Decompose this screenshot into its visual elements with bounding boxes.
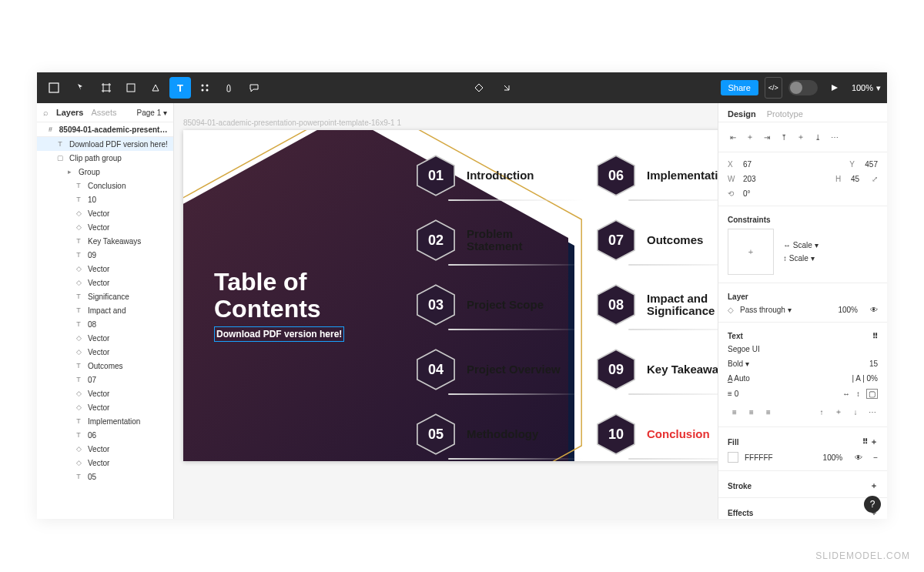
layer-opacity[interactable]: 100% — [838, 306, 858, 314]
selected-text-element[interactable]: Download PDF version here! — [214, 326, 344, 342]
blend-mode[interactable]: Pass through ▾ — [740, 306, 792, 314]
present-button[interactable] — [824, 77, 845, 99]
text-align-left[interactable]: ≡ — [728, 405, 742, 419]
help-button[interactable]: ? — [864, 496, 881, 513]
auto-height[interactable]: ↕ — [856, 390, 860, 398]
paragraph-spacing[interactable]: ≡ 0 — [728, 390, 738, 398]
slide-frame[interactable]: Table ofContents Download PDF version he… — [183, 130, 718, 461]
layer-row[interactable]: T09 — [37, 248, 173, 262]
text-align-center[interactable]: ≡ — [745, 405, 758, 419]
component-icon[interactable] — [468, 77, 490, 99]
page-selector[interactable]: Page 1 ▾ — [137, 109, 167, 117]
layer-icon: ◇ — [74, 347, 83, 356]
text-align-middle[interactable]: ＋ — [832, 405, 845, 419]
prop-rotation[interactable]: 0° — [743, 189, 751, 198]
add-stroke[interactable]: ＋ — [870, 480, 878, 491]
auto-width[interactable]: ↔ — [842, 390, 850, 398]
fill-hex[interactable]: FFFFFF — [745, 453, 773, 462]
layer-row[interactable]: ◇Vector — [37, 276, 173, 289]
devmode-toggle[interactable] — [788, 80, 818, 95]
letter-spacing[interactable]: | A | 0% — [852, 374, 878, 383]
constraint-v[interactable]: ↕ Scale ▾ — [783, 254, 819, 263]
align-top[interactable]: ⤒ — [777, 130, 791, 144]
constrain-icon[interactable]: ⤢ — [872, 175, 878, 183]
reset-icon[interactable] — [496, 77, 517, 99]
text-align-top[interactable]: ↑ — [815, 405, 829, 419]
prop-y[interactable]: 457 — [865, 160, 878, 169]
layer-row[interactable]: ◇Vector — [37, 262, 173, 276]
layer-row[interactable]: ▢Clip path group — [37, 151, 173, 165]
tab-design[interactable]: Design — [728, 109, 756, 119]
layer-row[interactable]: ◇Vector — [37, 206, 173, 220]
layer-row[interactable]: ◇Vector — [37, 442, 173, 456]
layer-row[interactable]: ▸Group — [37, 165, 173, 179]
tab-assets[interactable]: Assets — [91, 108, 116, 117]
fill-styles-icon[interactable]: ⠿ — [862, 437, 868, 446]
layer-row[interactable]: T07 — [37, 373, 173, 386]
layer-selected[interactable]: T Download PDF version here! — [37, 137, 173, 151]
layer-row[interactable]: ◇Vector — [37, 331, 173, 345]
fixed-size[interactable]: ▢ — [866, 389, 878, 399]
search-icon[interactable]: ⌕ — [43, 108, 49, 117]
share-button[interactable]: Share — [721, 80, 758, 95]
add-fill[interactable]: ＋ — [870, 437, 878, 446]
layer-row[interactable]: TImpact and — [37, 303, 173, 317]
layer-row[interactable]: ◇Vector — [37, 456, 173, 470]
text-align-bottom[interactable]: ↓ — [849, 405, 862, 419]
layer-row[interactable]: TSignificance — [37, 289, 173, 303]
layer-row[interactable]: TKey Takeaways — [37, 234, 173, 248]
prop-x[interactable]: 67 — [743, 160, 752, 169]
layer-row[interactable]: ◇Vector — [37, 386, 173, 400]
align-left[interactable]: ⇤ — [726, 130, 740, 144]
text-settings-icon[interactable]: ⠿ — [872, 332, 878, 340]
constraint-h[interactable]: ↔ Scale ▾ — [783, 241, 819, 249]
rotation-icon: ⟲ — [728, 189, 737, 198]
comment-tool[interactable] — [243, 77, 265, 99]
font-weight[interactable]: Bold ▾ — [728, 360, 749, 368]
prop-h[interactable]: 45 — [851, 175, 859, 183]
shape-tool[interactable] — [120, 77, 142, 99]
text-more[interactable]: ⋯ — [865, 405, 879, 419]
text-align-right[interactable]: ≡ — [762, 405, 775, 419]
align-more[interactable]: ⋯ — [828, 130, 842, 144]
layer-icon: T — [74, 292, 83, 301]
layer-row[interactable]: T08 — [37, 317, 173, 331]
fill-opacity[interactable]: 100% — [823, 453, 843, 462]
layer-row[interactable]: T05 — [37, 470, 173, 483]
layer-row[interactable]: T06 — [37, 428, 173, 442]
tab-prototype[interactable]: Prototype — [767, 109, 803, 119]
align-right[interactable]: ⇥ — [760, 130, 774, 144]
align-bottom[interactable]: ⤓ — [811, 130, 825, 144]
font-family[interactable]: Segoe UI — [728, 345, 760, 353]
move-tool[interactable] — [71, 77, 92, 99]
layer-row[interactable]: ◇Vector — [37, 400, 173, 414]
layer-row[interactable]: ◇Vector — [37, 345, 173, 359]
align-vcenter[interactable]: ＋ — [794, 130, 808, 144]
canvas[interactable]: 85094-01-academic-presentation-powerpoin… — [174, 103, 718, 519]
fill-swatch[interactable] — [728, 452, 738, 463]
tab-layers[interactable]: Layers — [56, 108, 83, 117]
layer-row[interactable]: TOutcomes — [37, 359, 173, 373]
layer-row[interactable]: T10 — [37, 192, 173, 206]
pen-tool[interactable] — [145, 77, 166, 99]
remove-fill[interactable]: − — [873, 453, 878, 462]
font-size[interactable]: 15 — [869, 360, 878, 368]
hand-tool[interactable] — [219, 77, 240, 99]
resources-tool[interactable] — [194, 77, 216, 99]
align-hcenter[interactable]: ＋ — [743, 130, 757, 144]
layer-row[interactable]: TConclusion — [37, 179, 173, 192]
frame-tool[interactable] — [95, 77, 117, 99]
layer-row[interactable]: TImplementation — [37, 414, 173, 428]
text-tool[interactable]: T — [169, 77, 191, 99]
prop-w[interactable]: 203 — [743, 175, 756, 183]
visibility-icon[interactable]: 👁 — [870, 306, 878, 314]
layer-frame[interactable]: # 85094-01-academic-presentatio… — [37, 122, 173, 137]
constraints-widget[interactable] — [728, 229, 774, 275]
line-height[interactable]: A Auto — [728, 374, 750, 383]
layer-label: Vector — [88, 390, 109, 398]
zoom-control[interactable]: 100%▾ — [852, 83, 881, 93]
devmode-button[interactable]: </> — [765, 77, 782, 99]
layer-row[interactable]: ◇Vector — [37, 220, 173, 234]
figma-menu-button[interactable] — [43, 77, 65, 99]
fill-visibility[interactable]: 👁 — [855, 453, 862, 462]
